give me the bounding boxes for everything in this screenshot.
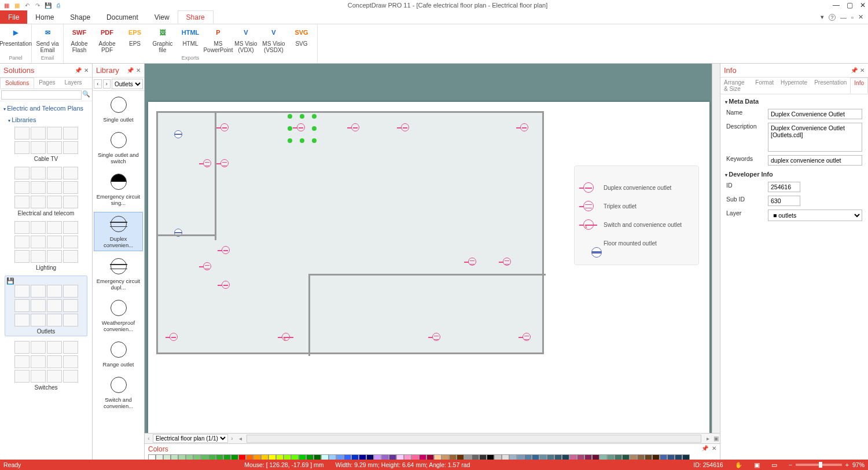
outlet-symbol[interactable] <box>351 123 361 133</box>
tab-shape[interactable]: Shape <box>62 10 98 24</box>
outlet-symbol[interactable] <box>166 121 175 130</box>
search-icon[interactable]: 🔍 <box>82 90 91 100</box>
outlet-symbol[interactable] <box>468 258 477 267</box>
outlet-symbol[interactable] <box>222 246 231 255</box>
send-email-btn[interactable]: ✉Send via Email <box>35 25 60 53</box>
outlet-symbol[interactable] <box>297 123 306 133</box>
outlet-symbol[interactable] <box>282 333 291 342</box>
save-icon[interactable]: 💾 <box>44 1 52 9</box>
layer-select[interactable]: ■ outlets <box>768 210 862 221</box>
outlet-symbol[interactable] <box>401 123 410 133</box>
qat-icon[interactable]: ▦ <box>2 1 10 9</box>
zoom-in-button[interactable]: + <box>845 461 849 468</box>
pin-icon[interactable]: 📌 <box>127 67 134 74</box>
graphic-file-btn[interactable]: 🖼Graphic file <box>150 25 175 53</box>
section-meta-data[interactable]: Meta Data <box>720 94 868 107</box>
help-icon[interactable]: ? <box>829 14 836 21</box>
hand-tool-icon[interactable]: ✋ <box>735 461 742 469</box>
library-item[interactable]: Duplex convenien... <box>94 212 143 251</box>
doc-close-button[interactable]: ✕ <box>858 13 863 21</box>
library-group[interactable]: Electrical and telecom <box>5 167 87 216</box>
undo-icon[interactable]: ↶ <box>23 1 31 9</box>
outlet-symbol[interactable] <box>503 258 512 267</box>
name-field[interactable] <box>768 109 862 119</box>
tab-scroll-right[interactable]: › <box>228 435 236 442</box>
eps-btn[interactable]: EPSEPS <box>123 25 147 47</box>
hscroll-right[interactable]: ▸ <box>704 435 712 442</box>
qat-icon[interactable]: ▦ <box>13 1 21 9</box>
fit-page-icon[interactable]: ▣ <box>754 461 760 468</box>
close-icon[interactable]: ✕ <box>860 67 865 74</box>
library-group[interactable]: 💾Outlets <box>5 276 87 336</box>
adobe-pdf-btn[interactable]: PDFAdobe PDF <box>95 25 119 53</box>
info-tab[interactable]: Format <box>752 78 777 94</box>
info-tab[interactable]: Info <box>850 78 868 94</box>
outlet-symbol[interactable] <box>220 123 230 133</box>
tree-category[interactable]: Electric and Telecom Plans <box>0 101 92 113</box>
canvas[interactable]: Duplex convenience outletTriplex outletS… <box>145 64 720 433</box>
section-developer-info[interactable]: Developer Info <box>720 167 868 180</box>
tab-scroll-left[interactable]: ‹ <box>145 435 153 442</box>
close-button[interactable]: ✕ <box>860 1 866 9</box>
redo-icon[interactable]: ↷ <box>34 1 42 9</box>
close-icon[interactable]: ✕ <box>136 67 141 74</box>
library-item[interactable]: Single outlet and switch <box>94 128 143 167</box>
pin-icon[interactable]: 📌 <box>75 67 82 74</box>
outlet-symbol[interactable] <box>203 159 212 168</box>
library-group[interactable]: Switches <box>5 341 87 391</box>
library-item[interactable]: Emergency circuit sing... <box>94 170 143 208</box>
library-item[interactable]: Single outlet <box>94 93 143 125</box>
tab-file[interactable]: File <box>0 10 27 24</box>
library-group[interactable]: Cable TV <box>5 127 87 162</box>
outlet-symbol[interactable] <box>523 333 532 342</box>
fit-width-icon[interactable]: ▭ <box>771 461 777 468</box>
ms-ppt-btn[interactable]: PMS PowerPoint <box>206 25 230 53</box>
pin-icon[interactable]: 📌 <box>701 445 708 453</box>
visio-vdx-btn[interactable]: VMS Visio (VDX) <box>234 25 258 53</box>
doc-minimize-button[interactable]: — <box>840 14 847 21</box>
keywords-field[interactable] <box>768 155 862 166</box>
library-dropdown[interactable]: Outlets <box>112 79 143 89</box>
outlet-symbol[interactable] <box>220 159 230 168</box>
zoom-out-button[interactable]: − <box>789 461 792 468</box>
library-item[interactable]: Emergency circuit dupl... <box>94 255 143 293</box>
tab-share[interactable]: Share <box>178 10 214 24</box>
minimize-button[interactable]: — <box>833 1 840 9</box>
horizontal-scrollbar[interactable] <box>247 435 701 443</box>
pin-icon[interactable]: 📌 <box>851 67 858 74</box>
help-dropdown[interactable]: ▾ <box>821 13 824 21</box>
outlet-symbol[interactable] <box>170 333 179 342</box>
zoom-slider[interactable] <box>796 464 842 466</box>
outlet-symbol[interactable] <box>432 333 442 342</box>
tree-subcategory[interactable]: Libraries <box>0 113 92 124</box>
hscroll-left[interactable]: ◂ <box>236 435 244 442</box>
visio-vsdx-btn[interactable]: VMS Visio (VSDX) <box>262 25 286 53</box>
page-selector[interactable]: Electrical floor plan (1/1) <box>153 434 228 443</box>
search-input[interactable] <box>1 90 82 100</box>
library-group[interactable]: Lighting <box>5 221 87 271</box>
info-tab[interactable]: Presentation <box>811 78 850 94</box>
outlet-symbol[interactable] <box>166 219 175 229</box>
svg-btn[interactable]: SVGSVG <box>289 25 314 47</box>
library-item[interactable]: Weatherproof convenien... <box>94 296 143 335</box>
save-library-icon[interactable]: 💾 <box>6 277 86 285</box>
subtab-solutions[interactable]: Solutions <box>0 78 34 89</box>
subid-field[interactable] <box>768 196 800 206</box>
nav-back-button[interactable]: ‹ <box>94 79 102 89</box>
maximize-button[interactable]: ▢ <box>847 1 853 9</box>
page-menu[interactable]: ▣ <box>712 435 720 442</box>
outlet-symbol[interactable] <box>222 281 231 290</box>
close-icon[interactable]: ✕ <box>712 445 716 453</box>
html-btn[interactable]: HTMLHTML <box>178 25 203 47</box>
description-field[interactable] <box>768 123 862 152</box>
info-tab[interactable]: Hypernote <box>777 78 811 94</box>
library-item[interactable]: Range outlet <box>94 338 143 370</box>
id-field[interactable] <box>768 182 800 192</box>
close-icon[interactable]: ✕ <box>84 67 89 74</box>
nav-forward-button[interactable]: › <box>103 79 111 89</box>
outlet-symbol[interactable] <box>520 123 529 133</box>
adobe-flash-btn[interactable]: SWFAdobe Flash <box>67 25 91 53</box>
subtab-pages[interactable]: Pages <box>34 78 60 89</box>
saveas-icon[interactable]: ⎙ <box>54 1 62 9</box>
vertical-scrollbar[interactable] <box>712 64 720 433</box>
